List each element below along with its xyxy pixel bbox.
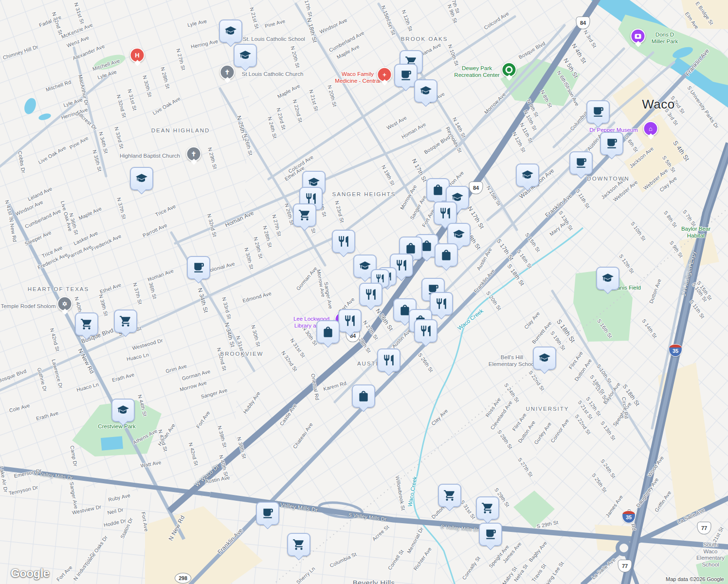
bag-icon	[432, 183, 444, 196]
coffee-icon	[192, 261, 205, 274]
school-icon	[135, 172, 148, 185]
poi-label[interactable]: Temple Rodef Sholom	[0, 303, 55, 310]
marker-school[interactable]	[516, 164, 539, 187]
bag-icon	[322, 326, 334, 338]
poi-label[interactable]: St. Louis Catholic School	[243, 36, 305, 43]
school-icon	[601, 272, 614, 285]
poi-label[interactable]: Doris D Miller Park	[652, 32, 678, 45]
poi-medical-icon[interactable]: +	[377, 67, 392, 82]
coffee-icon	[575, 157, 587, 169]
poi-label[interactable]: Highland Baptist Church	[120, 153, 180, 160]
marker-school[interactable]	[533, 347, 556, 370]
marker-coffee[interactable]	[479, 523, 502, 546]
map-attribution: Map data ©2026 Google	[666, 576, 724, 582]
poi-label[interactable]: Baylor Bear Habitat	[680, 226, 712, 239]
restaurant-icon	[382, 354, 395, 366]
marker-school[interactable]	[414, 79, 437, 103]
poi-label[interactable]: Crestview Park	[98, 423, 135, 430]
neighborhood-label: HEART OF TEXAS	[28, 286, 89, 292]
school-icon	[419, 85, 432, 97]
restaurant-icon	[337, 235, 350, 248]
cart-icon	[292, 538, 305, 551]
school-icon	[521, 169, 534, 182]
restaurant-icon	[419, 325, 432, 337]
marker-coffee[interactable]	[256, 502, 279, 525]
coffee-icon	[400, 69, 412, 82]
coffee-icon	[605, 137, 618, 150]
marker-coffee[interactable]	[586, 100, 610, 124]
bag-icon	[404, 242, 417, 255]
restaurant-icon	[439, 207, 452, 219]
school-icon	[453, 228, 465, 241]
marker-cart[interactable]	[476, 496, 499, 520]
map-canvas[interactable]: Fadal AveN 31st StN 32nd StMcKenzie AveW…	[0, 0, 728, 584]
neighborhood-label: BROOK OAKS	[401, 36, 448, 42]
poi-church-icon[interactable]: ✝	[220, 65, 235, 80]
neighborhood-label: SANGER HEIGHTS	[332, 191, 396, 197]
marker-restaurant[interactable]	[377, 348, 400, 372]
restaurant-icon	[395, 259, 408, 272]
poi-label[interactable]: St Louis Catholic Church	[242, 71, 304, 78]
marker-restaurant[interactable]	[338, 309, 362, 332]
cart-icon	[481, 502, 494, 514]
marker-school[interactable]	[447, 223, 471, 246]
marker-school[interactable]	[234, 44, 257, 67]
school-icon	[117, 404, 129, 417]
coffee-icon	[261, 507, 274, 520]
school-icon	[224, 25, 237, 37]
route-shield-298: 298	[175, 573, 191, 584]
google-logo[interactable]: Google	[11, 566, 50, 580]
poi-park-icon[interactable]	[502, 62, 517, 77]
poi-camera-icon[interactable]	[631, 29, 646, 44]
marker-coffee[interactable]	[600, 132, 623, 155]
bag-icon	[440, 249, 453, 261]
marker-cart[interactable]	[287, 533, 310, 556]
restaurant-icon	[435, 297, 448, 310]
cart-icon	[443, 489, 456, 502]
neighborhood-label: BROOKVIEW	[220, 351, 264, 357]
coffee-icon	[592, 106, 604, 118]
marker-cart[interactable]	[114, 310, 137, 333]
marker-restaurant[interactable]	[359, 283, 382, 306]
marker-restaurant[interactable]	[332, 230, 355, 253]
school-icon	[359, 260, 371, 273]
restaurant-icon	[375, 274, 385, 283]
poi-label[interactable]: Waco Family Medicine - Central	[335, 71, 380, 84]
cart-icon	[119, 315, 132, 328]
poi-label[interactable]: Dewey Park Recreation Center	[454, 65, 499, 78]
neighborhood-label: UNIVERSITY	[526, 406, 569, 412]
marker-cart[interactable]	[293, 203, 316, 227]
poi-label[interactable]: Bell's Hill Elementary School	[489, 354, 536, 367]
neighborhood-label: DOWNTOWN	[587, 176, 629, 182]
marker-school[interactable]	[596, 267, 619, 290]
poi-museum-icon[interactable]: ⌂	[643, 121, 658, 136]
city-label: Waco	[642, 97, 675, 112]
restaurant-icon	[344, 314, 356, 327]
cart-icon	[80, 318, 93, 330]
marker-school[interactable]	[111, 399, 135, 422]
marker-bag[interactable]	[352, 384, 375, 408]
marker-cart[interactable]	[75, 312, 98, 336]
marker-cart[interactable]	[438, 484, 461, 507]
bag-icon	[357, 390, 370, 402]
poi-label[interactable]: South Waco Elementary School	[696, 542, 725, 568]
marker-bag[interactable]	[435, 243, 458, 267]
marker-bag[interactable]	[316, 320, 340, 344]
city-label: Beverly Hills	[353, 579, 395, 584]
marker-school[interactable]	[219, 19, 242, 43]
school-icon	[239, 49, 252, 62]
marker-school[interactable]	[130, 167, 153, 190]
coffee-icon	[484, 528, 497, 541]
poi-synagogue-icon[interactable]: ✡	[57, 296, 73, 311]
marker-restaurant[interactable]	[434, 201, 457, 225]
school-icon	[538, 352, 551, 365]
marker-restaurant[interactable]	[430, 292, 453, 315]
marker-coffee[interactable]	[187, 256, 210, 279]
restaurant-icon	[364, 288, 377, 301]
marker-restaurant[interactable]	[414, 319, 437, 343]
marker-coffee[interactable]	[569, 151, 593, 175]
neighborhood-label: DEAN HIGHLAND	[151, 128, 210, 133]
cart-icon	[298, 209, 311, 221]
poi-church-icon[interactable]: ✝	[186, 146, 201, 162]
poi-hospital-icon[interactable]: H	[130, 48, 145, 63]
